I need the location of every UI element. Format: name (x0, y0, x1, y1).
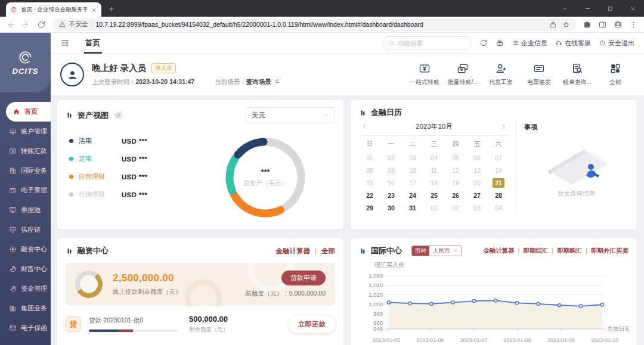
nav-tab-home[interactable]: 首页 (83, 33, 103, 54)
share-icon[interactable] (549, 21, 557, 29)
sidebar-item-4[interactable]: 国际业务 (0, 161, 51, 181)
gift-icon[interactable] (496, 39, 504, 47)
new-tab-button[interactable] (105, 2, 118, 15)
back-arrow-icon[interactable] (6, 20, 15, 29)
window-close-button[interactable] (621, 0, 644, 17)
scene-switch-icon[interactable] (274, 78, 280, 85)
browser-tab[interactable]: 首页 - 企业综合金融服务平台 (6, 2, 101, 17)
tab-close-icon[interactable] (91, 7, 97, 13)
calendar-day[interactable]: 08 (359, 166, 380, 175)
calendar-day[interactable]: 14 (488, 166, 509, 175)
calendar-day[interactable]: 30 (380, 203, 402, 213)
function-search-box[interactable] (382, 36, 472, 49)
calendar-day[interactable]: 22 (359, 191, 380, 200)
quick-action[interactable]: 代发工资 (482, 63, 520, 86)
extensions-icon[interactable] (583, 20, 592, 29)
sidebar-item-1[interactable]: 首页 (6, 102, 51, 122)
sidebar-item-2[interactable]: 账户管理 (0, 122, 51, 141)
calendar-day[interactable]: 05 (445, 153, 466, 163)
sidebar-item-10[interactable]: 资金管理 (0, 279, 51, 299)
calendar-next-icon[interactable] (500, 123, 507, 130)
bookmark-star-icon[interactable] (562, 21, 570, 29)
calendar-day[interactable]: 19 (445, 178, 466, 188)
currency-type-select[interactable]: 币种 人民币 (411, 245, 462, 256)
calendar-day[interactable]: 28 (488, 191, 509, 200)
calendar-day[interactable]: 09 (380, 166, 402, 175)
window-maximize-button[interactable] (599, 0, 621, 17)
currency-select[interactable]: 美元 (246, 107, 335, 123)
calendar-day[interactable]: 10 (402, 166, 423, 175)
calendar-day[interactable]: 02 (380, 153, 402, 163)
calendar-day[interactable]: 04 (423, 153, 445, 163)
calendar-day[interactable]: 15 (359, 178, 380, 188)
calendar-day[interactable]: 11 (423, 166, 445, 175)
quick-action[interactable]: 全部 (596, 63, 634, 86)
repay-now-button[interactable]: 立即还款 (289, 316, 335, 333)
calendar-day[interactable]: 13 (466, 166, 488, 175)
app-refresh-icon[interactable] (479, 39, 488, 47)
address-bar[interactable]: 不安全 10.7.19.22:8999/fpaas_bucket/9415403… (52, 18, 576, 31)
app-logo[interactable]: DCITS (0, 33, 51, 92)
user-avatar[interactable] (60, 63, 84, 86)
forward-arrow-icon[interactable] (21, 20, 30, 29)
panel-link[interactable]: 即期购汇 (549, 247, 583, 255)
panel-link[interactable]: 金融计算器 (276, 247, 311, 256)
calendar-day[interactable]: 07 (488, 153, 509, 163)
calendar-day[interactable]: 03 (466, 203, 488, 213)
calendar-day[interactable]: 17 (402, 178, 423, 188)
logo-text: DCITS (13, 67, 39, 76)
sidebar-item-12[interactable]: 电子保函 (0, 318, 51, 338)
split-screen-icon[interactable] (598, 20, 607, 29)
calendar-day[interactable]: 01 (423, 203, 445, 213)
window-minimize-button[interactable] (576, 0, 599, 17)
sidebar-item-7[interactable]: 供应链 (0, 220, 51, 240)
window-menu-button[interactable] (553, 0, 576, 17)
loan-apply-button[interactable]: 贷款申请 (281, 271, 326, 285)
calendar-day[interactable]: 24 (402, 191, 423, 200)
sidebar-item-5[interactable]: 电子票据 (0, 181, 51, 200)
sidebar-item-8[interactable]: 融资中心 (0, 240, 51, 259)
panel-link[interactable]: 全部 (310, 247, 335, 256)
header-link[interactable]: 企业信息 (512, 39, 547, 48)
header-link[interactable]: 在线客服 (555, 39, 591, 48)
panel-link[interactable]: 金融计算器 (483, 247, 515, 255)
calendar-day[interactable]: 12 (445, 166, 466, 175)
calendar-prev-icon[interactable] (361, 123, 368, 130)
calendar-day[interactable]: 27 (466, 191, 488, 200)
calendar-day-today[interactable]: 21 (493, 178, 504, 188)
quick-action[interactable]: 一站式转账 (405, 63, 444, 86)
calendar-day[interactable]: 31 (402, 203, 423, 213)
calendar-day[interactable]: 16 (380, 178, 402, 188)
profile-avatar-icon[interactable] (614, 20, 623, 29)
quick-action[interactable]: 税单查询... (558, 63, 596, 86)
quick-action[interactable]: 批量转账/... (444, 63, 482, 86)
calendar-day[interactable]: 03 (402, 153, 423, 163)
calendar-day[interactable]: 06 (466, 153, 488, 163)
browser-menu-icon[interactable] (629, 20, 638, 29)
sidebar-item-3[interactable]: 转账汇款 (0, 141, 51, 161)
calendar-day[interactable]: 20 (466, 178, 488, 188)
calendar-day[interactable]: 18 (423, 178, 445, 188)
calendar-day[interactable]: 02 (445, 203, 466, 213)
calendar-empty-state: 暂无查询结果 (524, 132, 628, 213)
svg-text:1,020: 1,020 (369, 291, 383, 298)
calendar-day[interactable]: 01 (359, 153, 380, 163)
panel-link[interactable]: 即期外汇买卖 (582, 247, 628, 255)
calendar-day[interactable]: 25 (423, 191, 445, 200)
hide-amounts-eye-icon[interactable] (114, 111, 123, 120)
calendar-day[interactable]: 23 (380, 191, 402, 200)
sidebar-item-9[interactable]: 财富中心 (0, 259, 51, 279)
sidebar-item-6[interactable]: 票据池 (0, 200, 51, 220)
header-link[interactable]: 安全退出 (599, 39, 634, 48)
menu-collapse-icon[interactable] (60, 38, 70, 48)
panel-link[interactable]: 即期结汇 (515, 247, 549, 255)
current-scene[interactable]: 当前场景：查询场景 (215, 78, 280, 86)
sidebar-item-11[interactable]: 集团业务 (0, 299, 51, 318)
calendar-day[interactable]: 04 (488, 203, 509, 213)
page-refresh-icon[interactable] (37, 20, 46, 29)
calendar-month: 2023年10月 (368, 122, 500, 131)
calendar-day[interactable]: 26 (445, 191, 466, 200)
calendar-day[interactable]: 29 (359, 203, 380, 213)
search-input[interactable] (398, 39, 466, 46)
quick-action[interactable]: 电票签发 (520, 63, 558, 86)
